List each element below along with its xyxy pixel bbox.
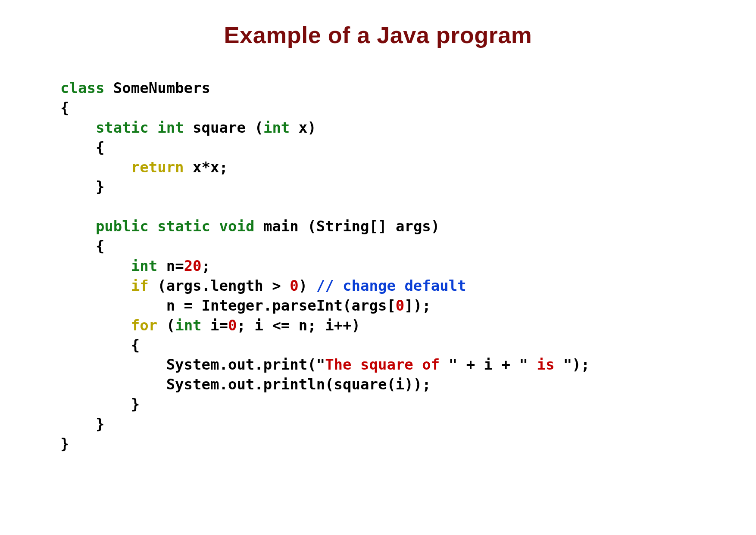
code-line-14: { [60, 336, 140, 354]
code-line-17: } [60, 395, 140, 413]
code-line-11: if (args.length > 0) // change default [60, 277, 466, 294]
kw-static2: static [157, 218, 210, 235]
code-line-3: static int square (int x) [60, 119, 316, 136]
indent [60, 257, 131, 274]
lit-0c: 0 [228, 317, 237, 334]
str-2: is [528, 356, 563, 373]
str-1: The square of [325, 356, 449, 373]
kw-class-c: c [60, 79, 69, 96]
code-line-15: System.out.print("The square of " + i + … [60, 356, 590, 373]
kw-int2: int [131, 257, 157, 274]
code-line-18: } [60, 415, 104, 432]
code-line-1: class SomeNumbers [60, 79, 210, 96]
lit-0b: 0 [396, 297, 404, 314]
code-block: class SomeNumbers { static int square (i… [60, 78, 696, 454]
indent [60, 277, 131, 294]
kw-return: return [131, 159, 184, 176]
code-line-8: public static void main (String[] args) [60, 218, 440, 235]
lit-0a: 0 [290, 277, 298, 294]
fn-main: main [263, 218, 299, 235]
code-line-16: System.out.println(square(i)); [60, 376, 431, 393]
indent [60, 356, 166, 373]
code-line-12: n = Integer.parseInt(args[0]); [60, 297, 431, 314]
kw-for: for [131, 317, 157, 334]
slide-title: Example of a Java program [60, 22, 696, 48]
kw-int3: int [175, 317, 201, 334]
kw-class-rest: lass [69, 79, 104, 96]
indent [60, 317, 131, 334]
code-line-19: } [60, 435, 69, 452]
code-line-13: for (int i=0; i <= n; i++) [60, 317, 360, 334]
indent [60, 376, 166, 393]
kw-void: void [219, 218, 255, 235]
code-line-2: { [60, 99, 69, 116]
indent [60, 218, 96, 235]
kw-int-param: int [263, 119, 290, 136]
indent [60, 159, 131, 176]
main-args: (String[] args) [307, 218, 440, 235]
slide: Example of a Java program class SomeNumb… [0, 0, 756, 535]
fn-name: square [193, 119, 246, 136]
kw-if: if [131, 277, 149, 294]
code-line-10: int n=20; [60, 257, 210, 274]
expr: x*x; [193, 159, 228, 176]
code-line-6: } [60, 178, 104, 195]
code-line-9: { [60, 237, 104, 255]
kw-static: static [96, 119, 149, 136]
comment: // change default [316, 277, 466, 294]
lit-20: 20 [184, 257, 202, 274]
space [104, 79, 113, 96]
code-line-5: return x*x; [60, 159, 228, 176]
indent [60, 119, 96, 136]
code-line-4: { [60, 139, 104, 156]
indent [60, 297, 166, 314]
class-name: SomeNumbers [113, 79, 210, 96]
kw-public: public [96, 218, 149, 235]
kw-int: int [157, 119, 184, 136]
